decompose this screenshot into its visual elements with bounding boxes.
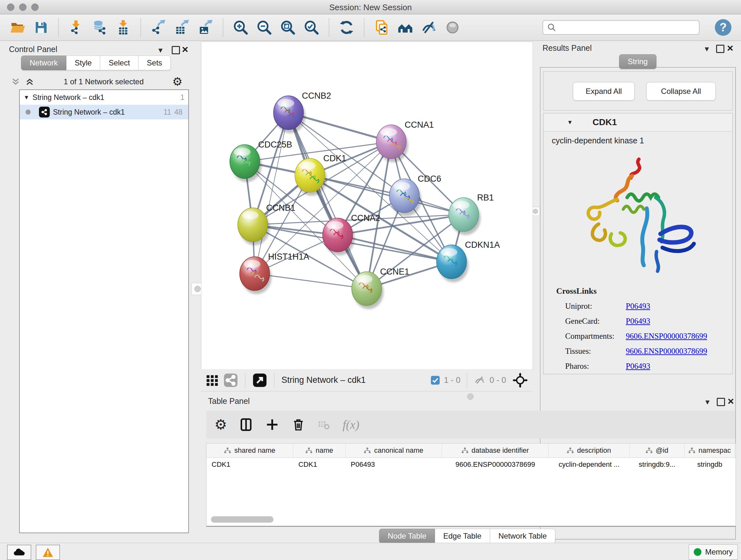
crosslinks-list: Uniprot: P06493 GeneCard: P06493 Compart… — [565, 299, 732, 374]
crosslink-link[interactable]: P06493 — [626, 317, 650, 326]
tab-network-table[interactable]: Network Table — [490, 529, 556, 543]
tab-edge-table[interactable]: Edge Table — [435, 529, 490, 543]
search-input[interactable] — [559, 23, 695, 32]
crosslink-link[interactable]: P06493 — [626, 302, 650, 311]
control-panel-menu-icon[interactable]: ▼ — [157, 47, 164, 54]
collapse-triangle-icon[interactable]: ▼ — [23, 94, 29, 101]
column-header-database-identifier[interactable]: database identifier — [442, 443, 549, 457]
export-network-button[interactable] — [150, 19, 166, 36]
import-database-button[interactable] — [91, 19, 108, 36]
share-network-icon[interactable] — [223, 373, 238, 388]
edge-CCNB2-CCNE1[interactable] — [288, 113, 367, 289]
help-button[interactable]: ? — [715, 19, 731, 36]
table-cell[interactable]: CDK1 — [206, 458, 293, 471]
save-session-button[interactable] — [32, 19, 49, 36]
collapse-all-icon[interactable] — [10, 77, 21, 86]
tab-network[interactable]: Network — [21, 56, 66, 70]
show-columns-icon[interactable] — [239, 418, 253, 432]
open-session-button[interactable] — [9, 19, 25, 36]
expand-all-icon[interactable] — [24, 77, 35, 86]
hide-graphics-button[interactable] — [421, 19, 437, 36]
node-CDC25B[interactable]: CDC25B — [230, 140, 292, 182]
tab-string[interactable]: String — [619, 54, 657, 69]
control-panel-float-button[interactable] — [172, 46, 180, 56]
results-panel-float-button[interactable] — [716, 45, 724, 54]
add-column-icon[interactable] — [265, 418, 279, 432]
birdseye-grid-icon[interactable] — [205, 374, 219, 387]
zoom-in-button[interactable] — [232, 19, 249, 36]
network-view-canvas[interactable]: CCNB2CCNA1CDC25BCDK1CDC6RB1CCNB1CCNA2CDK… — [201, 42, 533, 370]
hidden-eye-icon[interactable] — [474, 375, 486, 386]
table-cell[interactable]: stringdb:9... — [630, 458, 684, 471]
node-CCNB1[interactable]: CCNB1 — [238, 203, 295, 245]
crosslink-link[interactable]: 9606.ENSP00000378699 — [626, 332, 707, 341]
warnings-button[interactable] — [36, 545, 60, 560]
node-CCNB2[interactable]: CCNB2 — [273, 91, 331, 133]
copy-network-button[interactable] — [374, 19, 390, 36]
export-table-button[interactable] — [174, 19, 190, 36]
collapse-all-button[interactable]: Collapse All — [646, 82, 716, 101]
memory-button[interactable]: Memory — [689, 544, 738, 560]
network-row[interactable]: String Network – cdk1 11 48 — [20, 105, 188, 119]
table-cell[interactable]: P06493 — [346, 458, 442, 471]
node-CCNA2[interactable]: CCNA2 — [323, 213, 381, 255]
zoom-selected-button[interactable] — [303, 19, 320, 36]
edge-CCNA2-CDKN1A[interactable] — [338, 235, 452, 262]
tab-sets[interactable]: Sets — [138, 56, 171, 70]
table-panel-menu-icon[interactable]: ▼ — [704, 398, 711, 406]
table-row[interactable]: CDK1CDK1P064939606.ENSP00000378699cyclin… — [206, 458, 736, 471]
table-cell[interactable]: CDK1 — [293, 458, 346, 471]
network-options-gear-icon[interactable]: ⚙ — [172, 76, 183, 87]
column-header-shared-name[interactable]: shared name — [206, 443, 293, 457]
fit-selection-crosshair-icon[interactable] — [513, 373, 528, 388]
tab-node-table[interactable]: Node Table — [379, 529, 435, 543]
results-panel-menu-icon[interactable]: ▼ — [703, 45, 711, 53]
column-header-namespac[interactable]: namespac — [684, 443, 735, 457]
expand-all-button[interactable]: Expand All — [573, 82, 635, 101]
table-hscrollbar-thumb[interactable] — [211, 516, 273, 523]
node-CDC6[interactable]: CDC6 — [389, 174, 441, 216]
delete-column-icon[interactable] — [291, 418, 306, 432]
edge-CCNB2-HIST1H1A[interactable] — [255, 113, 288, 273]
export-image-button[interactable] — [197, 19, 214, 36]
control-panel-close-button[interactable]: × — [182, 45, 188, 53]
import-network-button[interactable] — [68, 19, 84, 36]
string-network-graph[interactable]: CCNB2CCNA1CDC25BCDK1CDC6RB1CCNB1CCNA2CDK… — [201, 42, 533, 369]
results-panel-close-button[interactable]: × — [727, 44, 733, 52]
column-header-name[interactable]: name — [293, 443, 346, 457]
tab-style[interactable]: Style — [66, 56, 100, 70]
crosslink-link[interactable]: 9606.ENSP00000378699 — [626, 347, 707, 356]
table-options-gear-icon[interactable]: ⚙ — [214, 418, 227, 432]
status-bar: Memory — [0, 543, 741, 560]
table-cell[interactable]: cyclin-dependent ... — [549, 458, 630, 471]
node-CCNE1[interactable]: CCNE1 — [352, 267, 409, 309]
node-RB1[interactable]: RB1 — [449, 193, 494, 235]
network-collection-row[interactable]: ▼ String Network – cdk1 1 — [20, 90, 188, 105]
selected-checkbox-icon[interactable] — [430, 375, 440, 385]
node-HIST1H1A[interactable]: HIST1H1A — [240, 252, 309, 294]
refresh-view-button[interactable] — [338, 19, 355, 36]
cloud-button[interactable] — [7, 545, 31, 560]
tab-select[interactable]: Select — [100, 56, 138, 70]
zoom-fit-button[interactable] — [280, 19, 296, 36]
table-panel-close-button[interactable]: × — [728, 397, 734, 405]
section-collapse-triangle-icon[interactable]: ▼ — [567, 119, 573, 126]
cdk1-section-header[interactable]: ▼ CDK1 — [543, 113, 732, 132]
import-table-button[interactable] — [115, 19, 131, 36]
node-CDK1[interactable]: CDK1 — [295, 153, 346, 196]
table-cell[interactable]: stringdb — [684, 458, 735, 471]
node-table[interactable]: shared namenamecanonical namedatabase id… — [206, 443, 736, 527]
open-in-new-window-icon[interactable] — [253, 373, 267, 388]
column-header-description[interactable]: description — [549, 443, 630, 457]
column-header-canonical-name[interactable]: canonical name — [346, 443, 442, 457]
crosslink-label: GeneCard: — [565, 317, 626, 326]
column-header--id[interactable]: @id — [630, 443, 684, 457]
node-CDKN1A[interactable]: CDKN1A — [436, 240, 500, 282]
table-panel-float-button[interactable] — [717, 398, 725, 408]
show-details-button[interactable] — [444, 19, 461, 36]
table-cell[interactable]: 9606.ENSP00000378699 — [442, 458, 549, 471]
zoom-out-button[interactable] — [256, 19, 273, 36]
crosslink-link[interactable]: P06493 — [626, 362, 650, 371]
string-home-button[interactable] — [397, 19, 414, 36]
node-count: 11 — [164, 108, 172, 117]
